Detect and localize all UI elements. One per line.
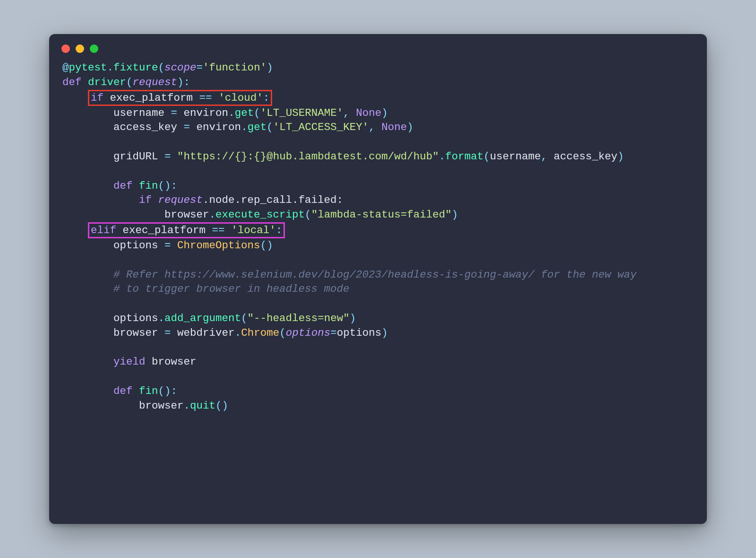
keyword-def: def (62, 76, 82, 88)
comment-line: # Refer https://www.selenium.dev/blog/20… (113, 269, 636, 281)
code-block: @pytest.fixture(scope='function') def dr… (49, 56, 707, 427)
keyword-if: if (139, 194, 152, 206)
highlight-elif-local: elif exec_platform == 'local': (88, 222, 285, 238)
string-literal: 'function' (203, 61, 266, 74)
keyword-def: def (113, 180, 133, 192)
decorator-func: fixture (113, 61, 158, 74)
window-titlebar (49, 34, 707, 56)
code-window: @pytest.fixture(scope='function') def dr… (49, 34, 707, 524)
func-fin: fin (139, 385, 158, 397)
keyword-yield: yield (113, 356, 146, 368)
decorator-module: pytest (69, 61, 107, 74)
decorator-at: @ (62, 61, 69, 74)
close-icon[interactable] (61, 44, 70, 53)
minimize-icon[interactable] (76, 44, 84, 53)
punct-dot: . (107, 61, 114, 74)
highlight-if-cloud: if exec_platform == 'cloud': (88, 90, 272, 106)
kwarg-scope: scope (164, 61, 197, 74)
maximize-icon[interactable] (90, 44, 98, 53)
func-fin: fin (139, 180, 158, 192)
func-driver: driver (88, 76, 126, 88)
param-request: request (133, 76, 178, 88)
keyword-def: def (113, 385, 133, 397)
comment-line: # to trigger browser in headless mode (113, 283, 350, 295)
keyword-if: if (91, 92, 103, 104)
keyword-elif: elif (91, 224, 116, 236)
